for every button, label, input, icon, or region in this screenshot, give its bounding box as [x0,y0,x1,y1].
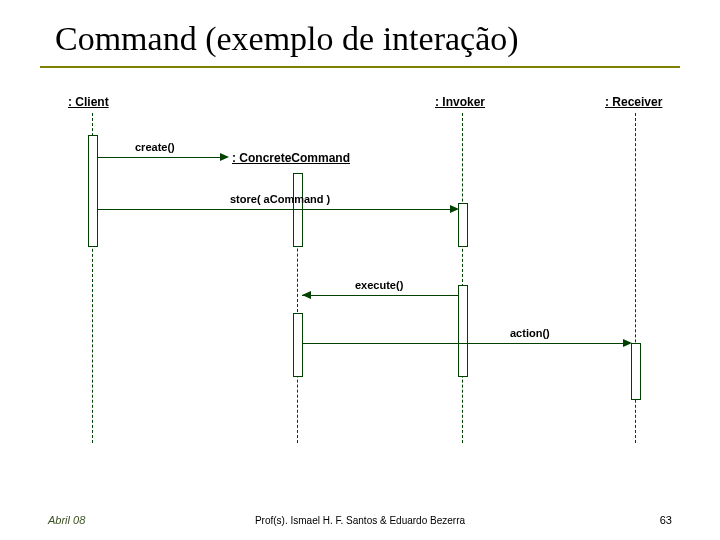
msg-create: create() [135,141,175,153]
participant-client: : Client [68,95,109,109]
participant-concrete-command: : ConcreteCommand [232,151,350,165]
arrowhead-action [623,339,632,347]
activation-invoker-2 [458,285,468,377]
slide-title: Command (exemplo de interação) [55,20,519,58]
activation-concrete-1 [293,173,303,247]
title-divider [40,66,680,68]
slide-number: 63 [660,514,672,526]
arrowhead-create [220,153,229,161]
lifeline-invoker [462,113,463,443]
activation-receiver [631,343,641,400]
msg-execute: execute() [355,279,403,291]
arrow-action [302,343,625,344]
footer-authors: Prof(s). Ismael H. F. Santos & Eduardo B… [0,515,720,526]
msg-action: action() [510,327,550,339]
arrow-create [97,157,222,158]
activation-concrete-2 [293,313,303,377]
participant-receiver: : Receiver [605,95,662,109]
arrowhead-execute [302,291,311,299]
arrowhead-store [450,205,459,213]
participant-invoker: : Invoker [435,95,485,109]
arrow-execute [302,295,458,296]
activation-client [88,135,98,247]
msg-store: store( aCommand ) [230,193,330,205]
sequence-diagram: : Client : Invoker : Receiver create() :… [60,95,690,475]
activation-invoker-1 [458,203,468,247]
arrow-store [97,209,452,210]
